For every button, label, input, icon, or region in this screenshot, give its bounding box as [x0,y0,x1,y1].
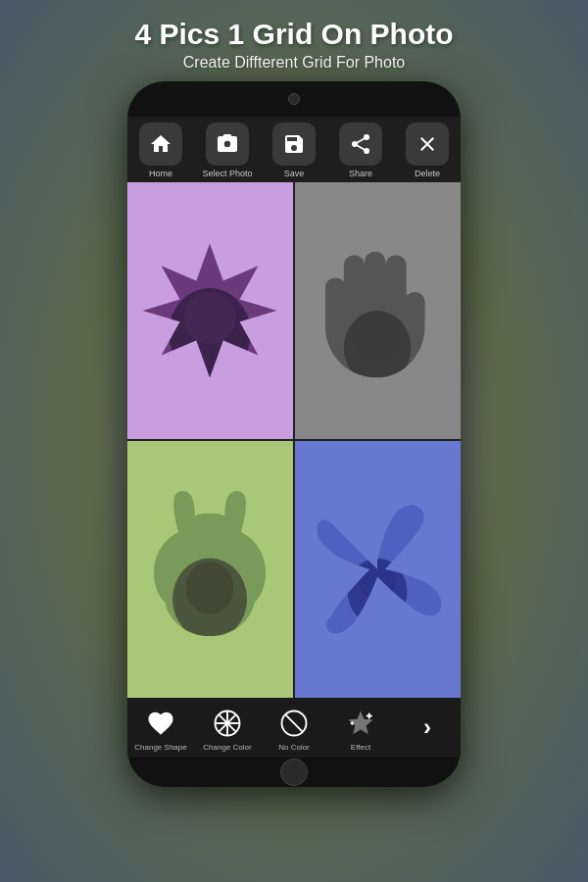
delete-icon-bg [406,122,449,166]
home-button[interactable]: Home [127,122,194,178]
svg-point-6 [356,314,401,359]
delete-button[interactable]: Delete [394,122,461,178]
share-label: Share [349,169,372,178]
share-icon-bg [339,122,382,166]
delete-icon [416,132,439,156]
share-button[interactable]: Share [327,122,394,178]
app-toolbar: Home Select Photo Save Share [127,117,461,182]
effect-nav[interactable]: Effect [327,706,394,752]
grid-cell-1[interactable] [127,182,293,439]
phone-bottom-bar [127,758,461,787]
photo-grid [127,182,461,698]
star-shape [135,195,284,426]
phone-top-bar [127,81,461,117]
save-button[interactable]: Save [261,122,327,178]
grid-cell-2[interactable] [295,182,461,439]
save-icon [282,132,306,156]
app-title: 4 Pics 1 Grid On Photo [20,18,568,52]
hand-shape [303,195,452,426]
home-label: Home [149,169,172,178]
svg-line-19 [285,714,303,732]
svg-point-9 [186,562,234,613]
grid-cell-4[interactable] [295,441,461,698]
home-icon [149,132,172,156]
change-color-nav[interactable]: Change Color [194,706,261,752]
next-nav[interactable]: › [394,710,461,747]
select-photo-label: Select Photo [202,169,252,178]
arrow-right-icon: › [410,710,445,745]
save-label: Save [284,169,305,178]
select-photo-button[interactable]: Select Photo [194,122,261,178]
phone-shell: Home Select Photo Save Share [127,81,461,787]
camera-icon-bg [206,122,249,166]
save-icon-bg [272,122,316,166]
camera-icon [216,132,239,156]
front-camera [288,93,300,105]
app-header: 4 Pics 1 Grid On Photo Create Diffterent… [0,0,588,81]
no-color-icon [276,706,312,741]
phone-screen: Home Select Photo Save Share [127,117,461,758]
effect-icon [343,706,378,741]
bottom-nav: Change Shape Change Color [127,698,461,758]
delete-label: Delete [415,169,440,178]
change-shape-label: Change Shape [134,743,186,752]
change-color-label: Change Color [203,743,251,752]
effect-label: Effect [351,743,370,752]
heart-icon [143,706,178,741]
svg-point-12 [359,560,396,602]
svg-point-3 [184,291,236,343]
grid-cell-3[interactable] [127,441,293,698]
no-color-nav[interactable]: No Color [261,706,327,752]
rabbit-shape [135,454,284,685]
no-color-label: No Color [278,743,310,752]
aperture-icon [210,706,245,741]
share-icon [349,132,372,156]
home-button-physical[interactable] [280,759,308,786]
home-icon-bg [139,122,182,166]
flower-shape [303,454,452,685]
change-shape-nav[interactable]: Change Shape [127,706,194,752]
app-subtitle: Create Diffterent Grid For Photo [20,54,568,72]
